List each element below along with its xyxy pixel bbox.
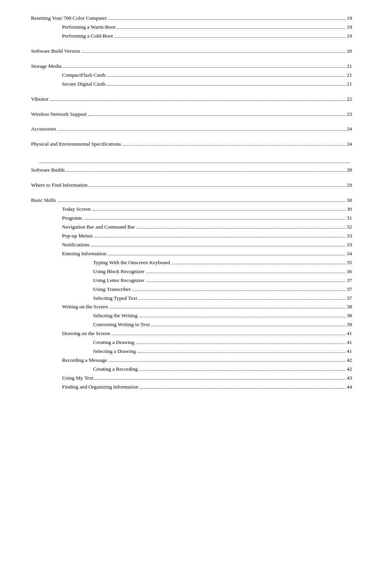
toc-content: Resetting Your 700 Color Computer19Perfo…: [0, 10, 383, 415]
toc-page: 37: [347, 276, 352, 285]
toc-page: 21: [347, 80, 352, 89]
toc-page: 41: [347, 329, 352, 338]
toc-page: 42: [347, 365, 352, 374]
toc-entry: Today Screen30: [31, 205, 352, 214]
toc-entry-title: Using Letter Recognizer: [31, 276, 145, 285]
toc-page: 38: [347, 311, 352, 320]
toc-dots: [132, 291, 345, 291]
toc-dots: [139, 370, 345, 371]
toc-entry-title: Notifications: [31, 241, 90, 249]
toc-dots: [122, 145, 345, 146]
toc-dots: [117, 28, 345, 29]
toc-spacer: [31, 56, 352, 62]
toc-page: 21: [347, 62, 352, 71]
toc-page: 42: [347, 356, 352, 365]
toc-entry: Performing a Cold-Boot19: [31, 32, 352, 41]
toc-page: 37: [347, 285, 352, 294]
toc-page: 28: [347, 166, 352, 175]
toc-page: 35: [347, 258, 352, 267]
toc-dots: [91, 246, 345, 246]
toc-dots: [66, 171, 345, 172]
toc-entry: Performing a Warm-Boot19: [31, 23, 352, 32]
toc-entry: CompactFlash Cards21: [31, 71, 352, 80]
toc-dots: [136, 344, 345, 344]
toc-dots: [92, 210, 345, 211]
toc-entry-title: Selecting the Writing: [31, 311, 138, 320]
toc-entry: Programs31: [31, 214, 352, 223]
toc-entry: Storage Media21: [31, 62, 352, 71]
toc-dots: [146, 282, 345, 282]
page-header: [0, 0, 383, 10]
toc-dots: [63, 67, 345, 68]
toc-entry-title: Using Block Recognizer: [31, 267, 145, 276]
toc-entry: Selecting the Writing38: [31, 311, 352, 320]
toc-entry: Basic Skills30: [31, 196, 352, 205]
toc-entry-title: Creating a Recording: [31, 365, 138, 374]
toc-page: 22: [347, 95, 352, 104]
toc-entry: Wireless Network Support23: [31, 110, 352, 119]
toc-page: 30: [347, 196, 352, 205]
toc-entry: Using Block Recognizer36: [31, 267, 352, 276]
toc-entry: Software Build Version20: [31, 47, 352, 56]
toc-page: 38: [347, 303, 352, 311]
toc-page: 32: [347, 223, 352, 232]
toc-entry: Software Builds28: [31, 166, 352, 175]
toc-spacer: [31, 41, 352, 47]
toc-entry: Navigation Bar and Command Bar32: [31, 223, 352, 232]
toc-page: 44: [347, 383, 352, 392]
toc-page: 33: [347, 232, 352, 241]
toc-page: 41: [347, 347, 352, 356]
toc-spacer: [31, 89, 352, 95]
toc-entry-title: Storage Media: [31, 62, 62, 71]
toc-spacer: [31, 175, 352, 181]
toc-dots: [114, 37, 345, 38]
toc-entry: Converting Writing to Text39: [31, 320, 352, 329]
toc-dots: [88, 115, 345, 116]
toc-entry: Resetting Your 700 Color Computer19: [31, 14, 352, 23]
toc-entry-title: Vibrator: [31, 95, 48, 104]
chapter-2-dots: [40, 163, 350, 163]
toc-entry-title: Drawing on the Screen: [31, 329, 110, 338]
toc-entry: Using My Text43: [31, 374, 352, 383]
toc-entry-title: Converting Writing to Text: [31, 320, 150, 329]
toc-dots: [57, 130, 345, 131]
toc-entry-title: Today Screen: [31, 205, 91, 214]
toc-entry-title: Wireless Network Support: [31, 110, 86, 119]
toc-entry: Creating a Drawing41: [31, 338, 352, 347]
toc-dots: [84, 219, 345, 220]
toc-page: 23: [347, 110, 352, 119]
toc-spacer: [31, 134, 352, 140]
toc-dots: [137, 352, 345, 353]
toc-dots: [57, 201, 345, 202]
toc-entry-title: Entering Information: [31, 249, 106, 258]
toc-page: 24: [347, 140, 352, 149]
toc-entry-title: Basic Skills: [31, 196, 56, 205]
toc-dots: [112, 335, 345, 335]
toc-entry: Finding and Organizing Information44: [31, 383, 352, 392]
chapter-2-title-line: [38, 156, 352, 164]
toc-entry: Notifications33: [31, 241, 352, 249]
toc-dots: [109, 308, 345, 308]
toc-dots: [107, 85, 345, 86]
toc-entry: Selecting a Drawing41: [31, 347, 352, 356]
toc-entry: Entering Information34: [31, 249, 352, 258]
toc-page: 41: [347, 338, 352, 347]
chapter-2-section: [31, 156, 352, 164]
toc-dots: [107, 76, 345, 77]
toc-page: 19: [347, 14, 352, 23]
toc-dots: [95, 379, 345, 380]
toc-entry: Selecting Typed Text37: [31, 294, 352, 303]
toc-page: 30: [347, 205, 352, 214]
toc-page: 20: [347, 47, 352, 56]
toc-page: 21: [347, 71, 352, 80]
toc-entry-title: Accessories: [31, 125, 56, 134]
toc-entry-title: Finding and Organizing Information: [31, 383, 138, 392]
toc-page: 43: [347, 374, 352, 383]
toc-page: 31: [347, 214, 352, 223]
toc-entry: Vibrator22: [31, 95, 352, 104]
toc-page: 36: [347, 267, 352, 276]
toc-dots: [50, 100, 345, 101]
toc-spacer: [31, 119, 352, 125]
toc-entry-title: Physical and Environmental Specification…: [31, 140, 121, 149]
toc-entry-title: Selecting a Drawing: [31, 347, 136, 356]
